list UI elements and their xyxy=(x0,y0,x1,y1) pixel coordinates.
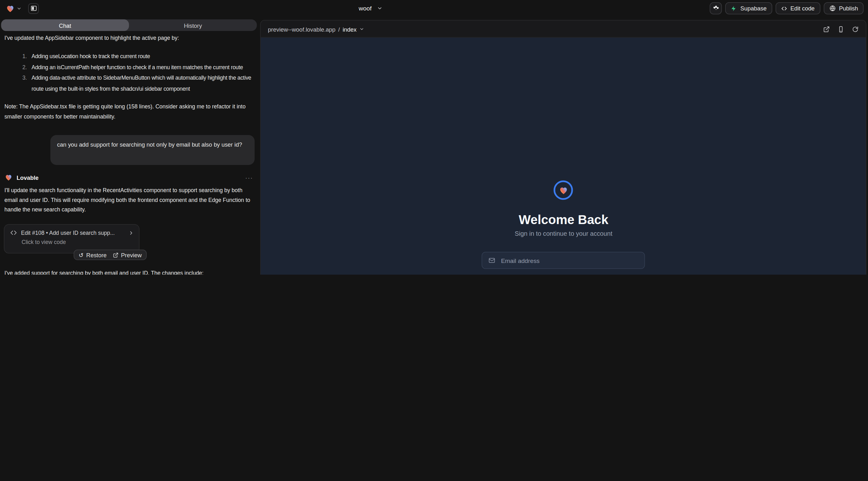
app-logo xyxy=(554,181,573,200)
list-item: Adding an isCurrentPath helper function … xyxy=(28,62,253,72)
lovable-logo-menu[interactable] xyxy=(6,3,22,13)
assistant-header: Lovable ··· xyxy=(4,172,253,182)
preview-panel: preview--woof.lovable.app / index xyxy=(260,20,866,275)
edit-card-title: Edit #108 • Add user ID search supp... xyxy=(21,230,115,236)
message-more-menu[interactable]: ··· xyxy=(245,174,253,181)
chevron-down-icon xyxy=(17,6,22,11)
tab-chat[interactable]: Chat xyxy=(1,19,129,31)
lovable-heart-avatar xyxy=(4,173,13,182)
edit-code-button[interactable]: Edit code xyxy=(775,2,820,14)
sidebar-toggle-button[interactable] xyxy=(28,3,38,13)
page-title: Welcome Back xyxy=(437,212,690,227)
settings-button[interactable] xyxy=(710,2,722,14)
lovable-heart-icon xyxy=(6,3,15,13)
open-in-new-tab-button[interactable] xyxy=(823,26,830,32)
chevron-down-icon xyxy=(360,27,365,32)
publish-label: Publish xyxy=(839,5,858,12)
restore-label: Restore xyxy=(86,252,106,258)
path-separator: / xyxy=(338,26,340,32)
mobile-view-button[interactable] xyxy=(838,26,844,32)
code-icon xyxy=(781,5,787,11)
restore-button[interactable]: ↺ Restore xyxy=(79,252,107,258)
preview-label: Preview xyxy=(121,252,142,258)
refresh-button[interactable] xyxy=(852,26,859,32)
assistant-message-note: Note: The AppSidebar.tsx file is getting… xyxy=(4,102,253,121)
email-field[interactable] xyxy=(482,252,645,269)
assistant-message-summary: I've added support for searching by both… xyxy=(4,268,253,275)
tab-history[interactable]: History xyxy=(129,19,257,31)
preview-page: index xyxy=(343,26,356,32)
user-message-bubble: can you add support for searching not on… xyxy=(50,135,254,165)
edit-card-subtitle: Click to view code xyxy=(22,239,133,245)
supabase-bolt-icon xyxy=(731,5,737,11)
publish-button[interactable]: Publish xyxy=(824,2,864,14)
assistant-message-list: Adding useLocation hook to track the cur… xyxy=(4,51,253,94)
supabase-button[interactable]: Supabase xyxy=(725,2,772,14)
edit-card-toolbar: ↺ Restore Preview xyxy=(74,250,147,260)
edit-code-label: Edit code xyxy=(790,5,814,12)
assistant-message-intro: I've updated the AppSidebar component to… xyxy=(4,33,253,43)
email-input[interactable] xyxy=(500,257,638,264)
preview-domain: preview--woof.lovable.app xyxy=(268,26,336,32)
chevron-down-icon xyxy=(377,6,383,11)
lovable-app-window: woof Supabase Edit code xyxy=(0,0,868,275)
top-bar: woof Supabase Edit code xyxy=(0,0,868,17)
chevron-right-icon xyxy=(128,230,134,236)
code-icon xyxy=(10,229,18,236)
assistant-name: Lovable xyxy=(17,174,39,181)
globe-icon xyxy=(829,5,836,12)
preview-header: preview--woof.lovable.app / index xyxy=(261,21,866,38)
project-name: woof xyxy=(359,5,372,12)
mail-icon xyxy=(488,257,496,264)
chat-panel: Chat History I've updated the AppSidebar… xyxy=(0,17,258,275)
chat-history-tabbar: Chat History xyxy=(1,19,257,31)
supabase-label: Supabase xyxy=(740,5,767,12)
restore-icon: ↺ xyxy=(79,252,84,258)
list-item: Adding data-active attribute to SidebarM… xyxy=(28,72,253,94)
project-switcher[interactable]: woof xyxy=(359,0,383,17)
panel-layout-icon xyxy=(30,5,37,12)
gear-icon xyxy=(712,5,720,12)
app-preview: Welcome Back Sign in to continue to your… xyxy=(261,38,866,275)
list-item: Adding useLocation hook to track the cur… xyxy=(28,51,253,62)
page-subtitle: Sign in to continue to your account xyxy=(437,230,690,237)
external-link-icon xyxy=(113,252,119,258)
preview-button[interactable]: Preview xyxy=(113,252,142,258)
edit-version-card[interactable]: Edit #108 • Add user ID search supp... C… xyxy=(4,224,140,253)
assistant-message-intro-2: I'll update the search functionality in … xyxy=(4,186,253,215)
preview-url-bar[interactable]: preview--woof.lovable.app / index xyxy=(268,21,365,38)
